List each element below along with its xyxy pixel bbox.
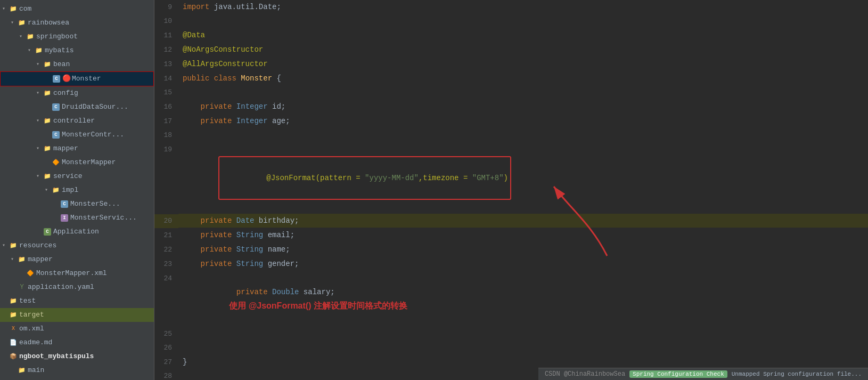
line-num-16: 16 [154, 100, 178, 114]
tree-label-mapper: mapper [53, 143, 78, 155]
line-num-28: 28 [154, 369, 178, 380]
line-content-27: } [178, 355, 868, 369]
class-icon-monsterse: C [60, 200, 69, 208]
tree-label-main: main [28, 365, 44, 376]
line-content-9: import java.util.Date; [178, 0, 868, 14]
sidebar-item-Monster[interactable]: C 🔴 Monster [0, 71, 154, 86]
tree-arrow-mybatis [28, 45, 34, 56]
chinese-annotation: 使用 @JsonFormat() 注解设置时间格式的转换 [229, 301, 407, 310]
sidebar-item-MonsterMapperXml[interactable]: 🔶 MonsterMapper.xml [0, 266, 154, 280]
sidebar-item-DruidDataSource[interactable]: C DruidDataSour... [0, 100, 154, 114]
folder-icon-com: 📁 [9, 5, 18, 13]
sidebar-item-MonsterServic[interactable]: I MonsterServic... [0, 211, 154, 225]
line-content-17: private Integer age; [178, 114, 868, 128]
unmapped-text: Unmapped Spring configuration file... [732, 371, 862, 377]
folder-icon-service: 📁 [43, 172, 52, 181]
tree-label-monstermap: MonsterMapper [62, 157, 116, 168]
folder-icon-mapper2: 📁 [18, 255, 26, 264]
line-content-11: @Data [178, 28, 868, 42]
line-num-22: 22 [154, 243, 178, 257]
code-line-17: 17 private Integer age; [154, 114, 868, 128]
line-content-24: private Double salary; 使用 @JsonFormat() … [178, 271, 868, 327]
sidebar-item-resources[interactable]: 📁 resources [0, 239, 154, 253]
code-line-23: 23 private String gender; [154, 257, 868, 271]
sidebar-item-mybatis[interactable]: 📁 mybatis [0, 44, 154, 58]
code-line-13: 13 @AllArgsConstructor [154, 57, 868, 71]
sidebar-item-mapper[interactable]: 📁 mapper [0, 142, 154, 156]
tree-label-monstermapxml: MonsterMapper.xml [36, 268, 107, 279]
code-line-21: 21 private String email; [154, 228, 868, 242]
line-content-14: public class Monster { [178, 71, 868, 85]
tree-arrow-service [36, 171, 43, 182]
tree-arrow-mapper2 [11, 254, 17, 265]
tree-label-app: Application [53, 226, 99, 238]
line-num-10: 10 [154, 14, 178, 28]
code-line-18: 18 [154, 128, 868, 142]
spring-badge[interactable]: Spring Configuration Check [629, 370, 727, 378]
sidebar-item-applicationYaml[interactable]: Y application.yaml [0, 280, 154, 294]
code-line-16: 16 private Integer id; [154, 100, 868, 114]
tree-label-mapper2: mapper [28, 254, 53, 265]
sidebar-item-rainbowsea[interactable]: 📁 rainbowsea [0, 16, 154, 30]
folder-icon-impl: 📁 [52, 186, 60, 195]
tree-label-monstercontr: MonsterContr... [62, 129, 124, 141]
tree-label-appyaml: application.yaml [28, 281, 94, 293]
tree-arrow-springboot [19, 31, 26, 43]
line-num-20: 20 [154, 214, 178, 228]
tree-label-monsterse: MonsterSe... [70, 198, 120, 210]
file-tree[interactable]: 📁 com 📁 rainbowsea 📁 springboot 📁 mybati… [0, 0, 154, 380]
sidebar-item-readmemd[interactable]: 📄 eadme.md [0, 336, 154, 350]
line-num-19: 19 [154, 143, 178, 157]
line-num-26: 26 [154, 341, 178, 355]
sidebar-item-com[interactable]: 📁 com [0, 2, 154, 16]
code-line-25: 25 [154, 327, 868, 341]
sidebar-item-MonsterSe[interactable]: C MonsterSe... [0, 197, 154, 211]
tree-label-resources: resources [19, 240, 56, 252]
tree-arrow-controller [36, 115, 43, 127]
line-content-20: private Date birthday; [178, 214, 868, 228]
sidebar-item-config[interactable]: 📁 config [0, 86, 154, 100]
sidebar-item-main[interactable]: 📁 main [0, 363, 154, 377]
tree-label-monsterservic: MonsterServic... [70, 212, 137, 224]
tree-arrow-bean [36, 59, 43, 70]
line-num-17: 17 [154, 115, 178, 128]
tree-label-druid: DruidDataSour... [62, 101, 128, 113]
folder-icon-resources: 📁 [9, 241, 18, 250]
tree-label-service: service [53, 171, 83, 182]
sidebar-item-controller[interactable]: 📁 controller [0, 114, 154, 128]
sidebar-item-MonsterContr[interactable]: C MonsterContr... [0, 128, 154, 142]
line-num-21: 21 [154, 229, 178, 242]
tree-label-target: target [19, 309, 44, 321]
tree-label-Monster: 🔴 [62, 73, 71, 85]
sidebar-item-test[interactable]: 📁 test [0, 294, 154, 308]
code-line-27: 27 } [154, 355, 868, 369]
csdn-watermark: CSDN @ChinaRainbowSea [545, 370, 625, 378]
tree-label-Monster-text: Monster [72, 73, 101, 85]
code-line-11: 11 @Data [154, 28, 868, 43]
sidebar-item-impl[interactable]: 📁 impl [0, 183, 154, 197]
sidebar-item-target[interactable]: 📁 target [0, 308, 154, 322]
sidebar-item-service[interactable]: 📁 service [0, 169, 154, 183]
tree-label-com: com [19, 3, 31, 15]
sidebar-item-mapper2[interactable]: 📁 mapper [0, 253, 154, 266]
interface-icon-monsterservic: I [60, 214, 69, 222]
sidebar-item-pomxml[interactable]: X om.xml [0, 322, 154, 336]
code-area: 9 import java.util.Date; 10 11 @Data 12 … [154, 0, 868, 380]
sidebar-item-MonsterMapper[interactable]: 🔶 MonsterMapper [0, 156, 154, 169]
line-content-23: private String gender; [178, 257, 868, 271]
code-line-26: 26 [154, 341, 868, 355]
folder-icon-config: 📁 [43, 89, 52, 98]
line-num-14: 14 [154, 72, 178, 86]
sidebar-item-Application[interactable]: C Application [0, 225, 154, 239]
tree-label-ngboot: ngboot_mybatispuls [19, 351, 94, 362]
line-num-12: 12 [154, 43, 178, 57]
sidebar-item-springboot[interactable]: 📁 springboot [0, 30, 154, 44]
code-line-9: 9 import java.util.Date; [154, 0, 868, 14]
folder-icon-mapper: 📁 [43, 144, 52, 153]
sidebar-item-bean[interactable]: 📁 bean [0, 58, 154, 71]
class-icon-monstercontr: C [52, 131, 60, 139]
line-content-21: private String email; [178, 228, 868, 242]
tree-label-bean: bean [53, 59, 70, 70]
sidebar-item-ngbootmybatis[interactable]: 📦 ngboot_mybatispuls [0, 350, 154, 363]
tree-arrow-resources [2, 240, 9, 252]
